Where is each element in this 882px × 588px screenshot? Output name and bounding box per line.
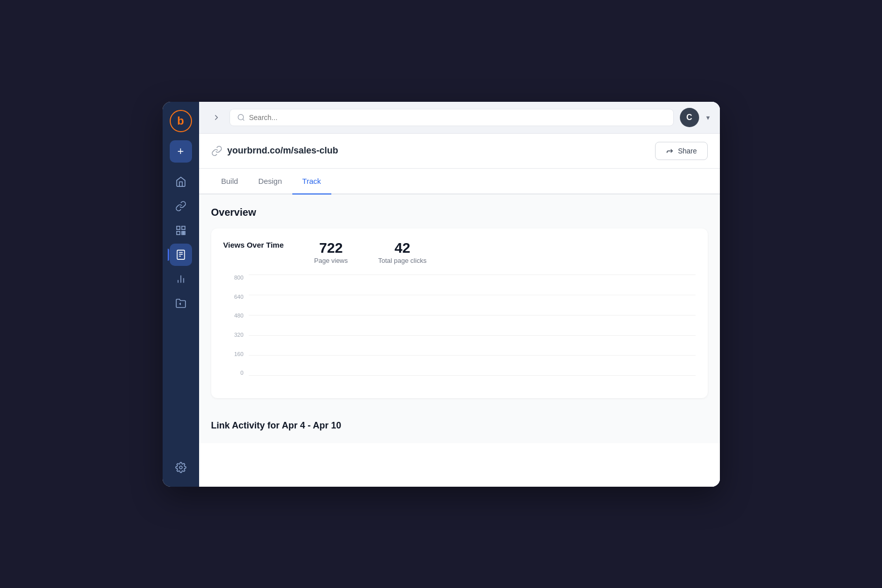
y-label-800: 800: [234, 275, 246, 281]
sidebar-item-link[interactable]: [170, 195, 192, 217]
content-area: yourbrnd.co/m/sales-club Share Build Des…: [199, 134, 720, 487]
sidebar-item-settings[interactable]: [170, 456, 192, 479]
link-chain-icon: [211, 145, 222, 156]
sidebar-item-pages[interactable]: [170, 244, 192, 266]
search-input[interactable]: [249, 113, 666, 122]
search-icon: [237, 113, 245, 122]
user-avatar[interactable]: C: [680, 108, 699, 127]
pages-icon: [175, 249, 186, 260]
settings-icon: [175, 462, 186, 473]
link-icon: [175, 201, 186, 212]
qr-icon: [175, 225, 186, 236]
svg-rect-0: [176, 226, 179, 229]
svg-point-16: [238, 114, 244, 120]
search-bar[interactable]: [229, 109, 674, 126]
share-label: Share: [678, 147, 697, 155]
svg-rect-7: [177, 250, 184, 259]
page-url: yourbrnd.co/m/sales-club: [227, 145, 338, 156]
share-icon: [666, 147, 674, 155]
svg-rect-5: [181, 233, 183, 234]
grid-lines: [249, 275, 696, 376]
user-initial: C: [686, 113, 693, 122]
y-label-160: 160: [234, 351, 246, 357]
sidebar-item-home[interactable]: [170, 171, 192, 193]
analytics-icon: [175, 273, 186, 285]
chart-title: Views Over Time: [223, 241, 284, 249]
total-clicks-stat: 42 Total page clicks: [378, 241, 427, 265]
main-area: C ▾ yourbrnd.co/m/sales-club Share Build: [199, 102, 720, 487]
home-icon: [175, 176, 186, 187]
url-left: yourbrnd.co/m/sales-club: [211, 145, 338, 156]
link-activity-title: Link Activity for Apr 4 - Apr 10: [211, 410, 708, 431]
page-views-stat: 722 Page views: [314, 241, 348, 265]
stats-card: Views Over Time 722 Page views 42 Total …: [211, 228, 708, 399]
y-label-480: 480: [234, 312, 246, 319]
svg-line-17: [243, 119, 244, 121]
add-icon: +: [177, 146, 184, 157]
grid-line-160: [249, 355, 696, 356]
svg-rect-1: [181, 226, 184, 229]
folder-icon: [175, 298, 186, 309]
sidebar-toggle[interactable]: [209, 110, 223, 125]
tab-track[interactable]: Track: [292, 169, 331, 194]
grid-line-800: [249, 275, 696, 275]
chevron-right-icon: [212, 113, 221, 122]
total-clicks-label: Total page clicks: [378, 257, 427, 264]
app-window: b +: [163, 102, 720, 487]
logo-letter: b: [177, 114, 184, 128]
sidebar-item-qr[interactable]: [170, 219, 192, 242]
overview-section: Overview Views Over Time 722 Page views …: [199, 194, 720, 411]
tabs-bar: Build Design Track: [199, 169, 720, 194]
sidebar-item-folder[interactable]: [170, 292, 192, 315]
svg-rect-3: [181, 231, 183, 232]
svg-rect-6: [183, 233, 185, 234]
y-axis: 800 640 480 320 160 0: [223, 275, 247, 376]
svg-point-15: [179, 466, 182, 469]
add-button[interactable]: +: [170, 140, 192, 163]
grid-line-640: [249, 295, 696, 295]
grid-line-0: [249, 375, 696, 376]
topbar: C ▾: [199, 102, 720, 134]
avatar-dropdown-icon[interactable]: ▾: [706, 113, 710, 122]
tab-build[interactable]: Build: [211, 169, 248, 194]
sidebar-nav: [163, 171, 199, 315]
logo[interactable]: b: [170, 110, 192, 132]
page-views-count: 722: [314, 241, 348, 256]
svg-rect-4: [183, 231, 185, 232]
total-clicks-count: 42: [378, 241, 427, 256]
stats-header: Views Over Time 722 Page views 42 Total …: [223, 241, 696, 265]
bar-chart: 800 640 480 320 160 0: [223, 275, 696, 386]
grid-line-480: [249, 315, 696, 316]
sidebar-bottom: [170, 456, 192, 479]
y-label-320: 320: [234, 332, 246, 338]
link-activity-section: Link Activity for Apr 4 - Apr 10: [199, 410, 720, 443]
sidebar: b +: [163, 102, 199, 487]
sidebar-item-analytics[interactable]: [170, 268, 192, 290]
share-button[interactable]: Share: [655, 142, 707, 160]
overview-title: Overview: [211, 207, 708, 218]
grid-line-320: [249, 335, 696, 336]
page-views-label: Page views: [314, 257, 348, 264]
svg-marker-14: [179, 302, 181, 305]
svg-rect-2: [176, 231, 179, 234]
y-label-640: 640: [234, 294, 246, 300]
tab-design[interactable]: Design: [248, 169, 292, 194]
y-label-0: 0: [240, 370, 246, 376]
url-bar: yourbrnd.co/m/sales-club Share: [199, 134, 720, 169]
chart-area: [249, 275, 696, 386]
